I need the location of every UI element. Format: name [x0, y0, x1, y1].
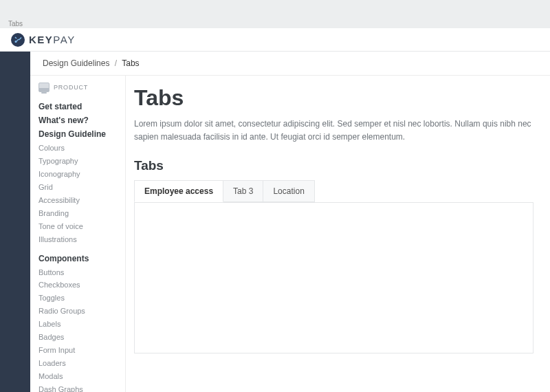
window-title: Tabs: [8, 20, 23, 28]
tab-location[interactable]: Location: [263, 180, 314, 202]
nav-item-modals[interactable]: Modals: [38, 371, 117, 382]
nav-heading-components[interactable]: Components: [38, 254, 117, 263]
nav-item-badges[interactable]: Badges: [38, 332, 117, 343]
tab-employee-access[interactable]: Employee access: [134, 180, 223, 202]
nav-heading-design-guideline[interactable]: Design Guideline: [38, 129, 117, 139]
nav-heading-whats-new[interactable]: What's new?: [38, 116, 117, 125]
breadcrumb-parent[interactable]: Design Guidelines: [43, 58, 109, 68]
window-chrome: Tabs: [0, 0, 550, 28]
nav-item-radio-groups[interactable]: Radio Groups: [38, 306, 117, 317]
sidebar-nav: PRODUCT Get started What's new? Design G…: [30, 76, 125, 392]
tab-content: [134, 202, 534, 353]
nav-item-grid[interactable]: Grid: [38, 182, 117, 193]
nav-item-labels[interactable]: Labels: [38, 319, 117, 330]
section-heading: Tabs: [134, 158, 534, 173]
tools-icon: [11, 33, 25, 47]
nav-item-iconography[interactable]: Iconography: [38, 169, 117, 180]
nav-item-colours[interactable]: Colours: [38, 143, 117, 154]
breadcrumb-current: Tabs: [122, 58, 139, 68]
brand-logo[interactable]: KEYPAY: [11, 33, 76, 47]
content-panel: Tabs Lorem ipsum dolor sit amet, consect…: [125, 76, 550, 392]
nav-item-loaders[interactable]: Loaders: [38, 358, 117, 369]
left-rail: [0, 52, 30, 392]
nav-item-typography[interactable]: Typography: [38, 156, 117, 167]
nav-heading-get-started[interactable]: Get started: [38, 102, 117, 111]
brand-text: KEYPAY: [29, 34, 76, 45]
header-bar: KEYPAY: [0, 28, 550, 52]
nav-item-tone-of-voice[interactable]: Tone of voice: [38, 221, 117, 232]
nav-item-dash-graphs[interactable]: Dash Graphs: [38, 384, 117, 392]
breadcrumb: Design Guidelines / Tabs: [30, 52, 550, 76]
product-label: PRODUCT: [54, 84, 88, 91]
nav-item-buttons[interactable]: Buttons: [38, 268, 117, 279]
tabstrip: Employee access Tab 3 Location: [134, 180, 534, 203]
page-description: Lorem ipsum dolor sit amet, consectetur …: [134, 118, 534, 143]
tab-tab-3[interactable]: Tab 3: [223, 180, 263, 202]
breadcrumb-sep: /: [115, 58, 117, 68]
nav-item-checkboxes[interactable]: Checkboxes: [38, 280, 117, 291]
monitor-icon: [38, 83, 50, 92]
nav-item-form-input[interactable]: Form Input: [38, 345, 117, 356]
product-selector[interactable]: PRODUCT: [38, 83, 117, 92]
nav-item-branding[interactable]: Branding: [38, 208, 117, 219]
nav-item-toggles[interactable]: Toggles: [38, 293, 117, 304]
nav-item-illustrations[interactable]: Illustrations: [38, 235, 117, 246]
nav-item-accessibility[interactable]: Accessibility: [38, 195, 117, 206]
page-title: Tabs: [134, 85, 534, 111]
